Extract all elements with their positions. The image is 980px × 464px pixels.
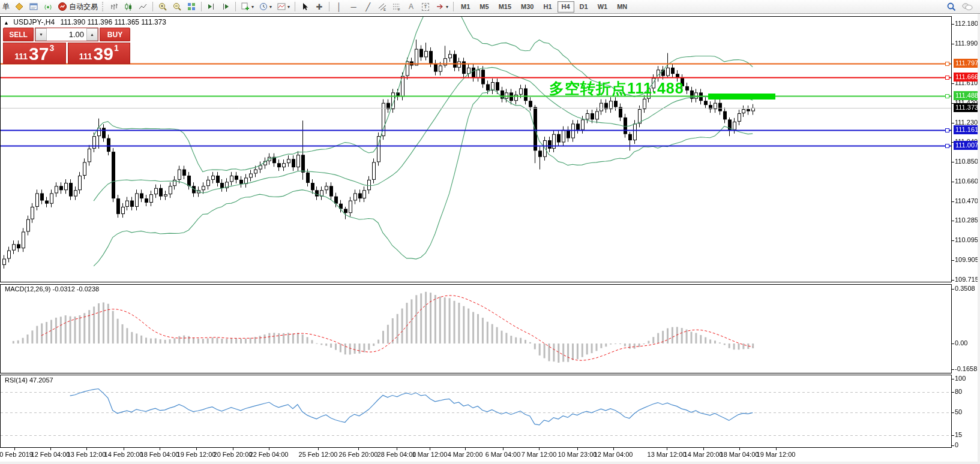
new-order-icon[interactable] bbox=[13, 1, 26, 13]
macd-label: MACD(12,26,9) -0.0312 -0.0238 bbox=[5, 285, 99, 293]
price-tick-label: 111.990 bbox=[955, 40, 978, 47]
level-label: 111.161 bbox=[954, 125, 979, 134]
auto-scroll-icon[interactable] bbox=[205, 1, 218, 13]
new-chart-button[interactable]: ▾ bbox=[239, 1, 256, 13]
macd-tick-label: -0.1658 bbox=[955, 365, 977, 372]
chevron-down-icon: ▾ bbox=[251, 4, 254, 10]
bar-chart-icon[interactable] bbox=[107, 1, 121, 13]
tile-windows-icon[interactable] bbox=[185, 1, 198, 13]
level-label: 111.488 bbox=[954, 91, 979, 100]
buy-button[interactable]: BUY bbox=[100, 28, 130, 41]
zoom-in-icon[interactable] bbox=[156, 1, 169, 13]
toolbar-grip bbox=[102, 2, 105, 11]
price-tick-label: 109.715 bbox=[955, 276, 979, 283]
toolbar-separator bbox=[152, 2, 153, 11]
price-axis[interactable]: 112.180111.990111.610111.420111.230111.0… bbox=[954, 13, 978, 462]
level-label: 111.666 bbox=[954, 73, 979, 82]
timeframe-mn[interactable]: MN bbox=[613, 1, 631, 13]
toolbar-separator bbox=[453, 2, 454, 11]
text-icon[interactable]: A bbox=[404, 1, 418, 13]
timeframe-h4[interactable]: H4 bbox=[558, 1, 574, 13]
macd-tick-label: 0.00 bbox=[955, 339, 967, 347]
autotrade-button[interactable]: 自动交易 bbox=[56, 1, 100, 13]
timeframe-m30[interactable]: M30 bbox=[517, 1, 538, 13]
timeframe-m1[interactable]: M1 bbox=[457, 1, 474, 13]
price-tick-label: 110.285 bbox=[955, 216, 978, 224]
timeframe-group: M1M5M15M30H1H4D1W1MN bbox=[456, 1, 632, 13]
arrows-icon[interactable]: ▾ bbox=[433, 1, 450, 13]
horizontal-line-icon[interactable]: ─ bbox=[347, 1, 360, 13]
window-edge bbox=[978, 13, 980, 464]
volume-stepper: ▼ 1.00 ▲ bbox=[35, 28, 98, 41]
window-edge bbox=[0, 462, 980, 464]
equidistant-channel-icon[interactable]: E bbox=[376, 1, 389, 13]
price-tick-label: 110.850 bbox=[955, 158, 978, 165]
order-menu-label[interactable]: 单 bbox=[2, 2, 10, 12]
price-tick-label: 112.180 bbox=[955, 20, 978, 27]
fibonacci-icon[interactable]: F bbox=[390, 1, 403, 13]
chart-canvas[interactable] bbox=[0, 0, 980, 464]
chat-icon[interactable] bbox=[960, 1, 975, 13]
ohlc-values: 111.390 111.396 111.365 111.373 bbox=[61, 18, 166, 26]
zoom-out-icon[interactable] bbox=[170, 1, 184, 13]
rsi-tick-label: 0 bbox=[955, 441, 958, 448]
trendline-icon[interactable]: ╱ bbox=[361, 1, 374, 13]
sell-button[interactable]: SELL bbox=[3, 28, 34, 41]
chevron-down-icon: ▾ bbox=[269, 4, 272, 10]
rsi-tick-label: 15 bbox=[955, 431, 962, 438]
current-price-label: 111.373 bbox=[954, 103, 979, 112]
level-label: 111.007 bbox=[954, 141, 979, 150]
candlestick-chart-icon[interactable] bbox=[122, 1, 135, 13]
text-label-icon[interactable]: T bbox=[419, 1, 432, 13]
time-tick-label: 19 Mar 12:00 bbox=[749, 451, 803, 458]
line-chart-icon[interactable] bbox=[136, 1, 149, 13]
toolbar-separator bbox=[235, 2, 236, 11]
chevron-down-icon: ▾ bbox=[446, 4, 448, 10]
vertical-line-icon[interactable]: │ bbox=[332, 1, 346, 13]
templates-button[interactable]: ▾ bbox=[275, 1, 292, 13]
level-label: 111.797 bbox=[954, 59, 979, 68]
annotation-text[interactable]: 多空转折点111.488 bbox=[549, 79, 684, 98]
timeframe-m15[interactable]: M15 bbox=[495, 1, 516, 13]
price-tick-label: 109.905 bbox=[955, 256, 979, 263]
rsi-tick-label: 80 bbox=[955, 388, 962, 395]
volume-down-button[interactable]: ▼ bbox=[35, 28, 47, 41]
symbol-title: USDJPY-,H4 bbox=[13, 18, 55, 26]
sell-price[interactable]: 111 37 3 bbox=[3, 43, 66, 64]
rsi-tick-label: 50 bbox=[955, 408, 962, 415]
periods-button[interactable]: ▾ bbox=[257, 1, 274, 13]
cursor-icon[interactable] bbox=[298, 1, 311, 13]
macd-tick-label: 0.3508 bbox=[955, 285, 975, 292]
sell-price-big: 111 bbox=[14, 50, 28, 62]
toolbar: 单 自动交易 ▾ ▾ ▾ ✚ │ ─ ╱ E F A T ▾ M1M5M15M3… bbox=[0, 0, 980, 14]
volume-input[interactable]: 1.00 bbox=[47, 28, 86, 41]
time-tick-label: 22 Feb 04:00 bbox=[242, 451, 296, 458]
autotrade-label: 自动交易 bbox=[69, 2, 98, 12]
signal-icon[interactable] bbox=[41, 1, 55, 13]
crosshair-icon[interactable]: ✚ bbox=[313, 1, 326, 13]
timeframe-w1[interactable]: W1 bbox=[594, 1, 612, 13]
collapse-arrow-icon[interactable]: ▲ bbox=[4, 20, 9, 26]
time-axis[interactable]: 10 Feb 201912 Feb 04:0013 Feb 12:0014 Fe… bbox=[0, 450, 952, 460]
buy-price-big: 111 bbox=[79, 50, 92, 62]
one-click-trade-panel: SELL ▼ 1.00 ▲ BUY 111 37 3 111 39 1 bbox=[3, 28, 130, 64]
buy-price-sup: 1 bbox=[114, 44, 119, 52]
buy-price[interactable]: 111 39 1 bbox=[68, 43, 131, 64]
timeframe-d1[interactable]: D1 bbox=[576, 1, 592, 13]
price-tick-label: 110.470 bbox=[955, 197, 978, 204]
market-watch-icon[interactable] bbox=[27, 1, 40, 13]
timeframe-h1[interactable]: H1 bbox=[539, 1, 556, 13]
search-icon[interactable] bbox=[945, 1, 958, 13]
chevron-down-icon: ▾ bbox=[287, 4, 290, 10]
chart-shift-icon[interactable] bbox=[219, 1, 232, 13]
toolbar-separator bbox=[329, 2, 329, 11]
toolbar-separator bbox=[201, 2, 202, 11]
timeframe-m5[interactable]: M5 bbox=[475, 1, 493, 13]
highlight-rectangle[interactable] bbox=[708, 94, 775, 100]
price-tick-label: 110.095 bbox=[955, 236, 978, 243]
rsi-label: RSI(14) 47.2057 bbox=[5, 376, 53, 384]
sell-price-main: 37 bbox=[29, 46, 49, 62]
rsi-tick-label: 100 bbox=[955, 375, 966, 382]
volume-up-button[interactable]: ▲ bbox=[86, 28, 98, 41]
time-tick-label: 12 Mar 04:00 bbox=[586, 451, 640, 458]
